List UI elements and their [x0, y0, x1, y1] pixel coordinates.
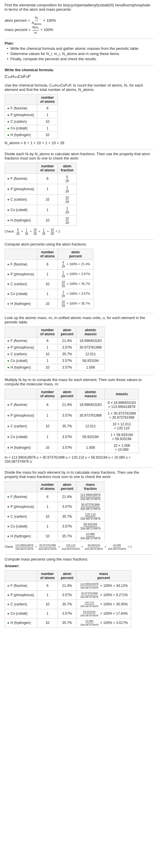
dot-icon: ●	[7, 218, 9, 222]
table-row: ●Co (cobalt) 1	[5, 125, 58, 131]
mass-fraction-table: numberof atoms atompercent massfraction …	[5, 481, 104, 541]
atom-percents-label: Compute atom percents using the atom fra…	[5, 242, 153, 246]
fractions-section: Divide each Nᵢ by N_atoms to calculate a…	[5, 152, 153, 236]
col-element	[5, 327, 37, 337]
table-row: ●Co (cobalt) 1 128 × 100% = 3.57%	[5, 289, 93, 299]
atom-percents-table: numberof atoms atompercent ●F (fluorine)…	[5, 249, 93, 309]
col-element	[5, 570, 37, 581]
plan-section: Plan: Write the chemical formula and gat…	[5, 41, 153, 61]
plan-item-1: Write the chemical formula and gather at…	[7, 46, 153, 51]
table-row: ●F (fluorine) 6 21.4% 18.998403163 6 × 1…	[5, 399, 139, 410]
table-row: ●H (hydrogen) 10	[5, 131, 58, 138]
dot-icon: ●	[7, 365, 9, 369]
dot-icon: ●	[7, 177, 9, 181]
col-atoms: numberof atoms	[37, 94, 58, 105]
dot-icon: ●	[7, 602, 9, 606]
table-row: ●C (carbon) 10	[5, 118, 58, 125]
plan-item-2: Determine values for N_i, m_i, N_atoms a…	[7, 52, 153, 56]
formula-section: Write the chemical formula: C₁₀H₁₀CoF₆P	[5, 68, 153, 79]
col-atom-pct: atompercent	[58, 249, 93, 259]
col-atoms: numberof atoms	[37, 389, 58, 399]
dot-icon: ●	[7, 612, 9, 616]
table-row: ●H (hydrogen) 10 3.57% 1.008 10 × 1.008=…	[5, 442, 139, 453]
answer-section: Compute mass percents using the mass fra…	[5, 557, 153, 628]
atom-percent-formula: atom percent = NiNatoms × 100%	[5, 16, 153, 26]
table-row: ●C (carbon) 10 35.7% 12.011	[5, 351, 105, 357]
dot-icon: ●	[7, 413, 9, 417]
dot-icon: ●	[7, 445, 9, 450]
table-row: ●F (fluorine) 6 628 × 100% = 21.4%	[5, 259, 93, 269]
atomic-mass-section: Look up the atomic mass, mᵢ, in unified …	[5, 316, 153, 371]
fractions-table: numberof atoms atomfraction ●F (fluorine…	[5, 163, 77, 226]
dot-icon: ●	[7, 133, 9, 137]
dot-icon: ●	[7, 515, 9, 519]
col-atomic-mass: atomicmass/u	[76, 327, 105, 337]
page-title: Find the elemental composition for bis(c…	[5, 3, 153, 11]
molecular-mass: m = 113.990418978 u + 30.973761998 u + 1…	[5, 456, 153, 464]
col-mass-frac: massfraction	[76, 481, 104, 492]
atomic-mass-table: numberof atoms atompercent atomicmass/u …	[5, 327, 105, 371]
mass-fraction-check: Check: 113.990418978334.087374976 + 30.9…	[5, 544, 153, 550]
table-row: ●F (fluorine) 6 21.4% 113.990418978334.0…	[5, 581, 131, 590]
table-row: ●F (fluorine) 6 21.4% 113.990418978334.0…	[5, 492, 104, 502]
mass-fraction-section: Divide the mass for each element by m to…	[5, 470, 153, 550]
table-row: ●P (phosphorus) 1 3.57% 30.973761998334.…	[5, 502, 104, 512]
table-row: ●Co (cobalt) 1 3.57% 58.933194334.087374…	[5, 521, 104, 531]
dot-icon: ●	[7, 339, 9, 343]
dot-icon: ●	[7, 187, 9, 191]
table-row: ●P (phosphorus) 1 3.57% 30.973761998	[5, 344, 105, 351]
dot-icon: ●	[7, 262, 9, 267]
table-row: ●C (carbon) 10 35.7% 12.011 10 × 12.011=…	[5, 421, 139, 431]
answer-label: Answer:	[5, 564, 153, 568]
table-row: ●Co (cobalt) 1 3.57% 58.933194	[5, 357, 105, 364]
table-row: ●H (hydrogen) 10 1028 × 100% = 35.7%	[5, 299, 93, 309]
mass-section: Multiply Nᵢ by mᵢ to compute the mass fo…	[5, 377, 153, 464]
dot-icon: ●	[7, 197, 9, 202]
lookup-label: Look up the atomic mass, mᵢ, in unified …	[5, 316, 153, 324]
dot-icon: ●	[7, 352, 9, 356]
dot-icon: ●	[7, 106, 9, 110]
mass-percents-label: Compute mass percents using the mass fra…	[5, 557, 153, 561]
col-element	[5, 389, 37, 399]
col-element	[5, 94, 37, 105]
col-element	[5, 163, 37, 174]
dot-icon: ●	[7, 345, 9, 349]
dot-icon: ●	[7, 272, 9, 276]
col-fraction: atomfraction	[58, 163, 77, 174]
fractions-check: Check: 628 + 128 + 1028 + 128 + 1028 = 1	[5, 228, 153, 236]
table-row: ●C (carbon) 10 35.7% 120.110334.08737497…	[5, 599, 131, 609]
table-row: ●C (carbon) 10 35.7% 120.110334.08737497…	[5, 512, 104, 521]
dot-icon: ●	[7, 584, 9, 588]
dot-icon: ●	[7, 120, 9, 124]
col-atom-pct: atompercent	[58, 570, 76, 581]
table-row: ●F (fluorine) 6 628	[5, 174, 77, 184]
dot-icon: ●	[7, 621, 9, 625]
dot-icon: ●	[7, 359, 9, 363]
mass-percent-formula: mass percent = Nimim × 100%	[5, 26, 153, 34]
col-mass-pct: masspercent	[76, 570, 131, 581]
col-atoms: numberof atoms	[37, 327, 58, 337]
plan-list: Write the chemical formula and gather at…	[5, 46, 153, 61]
chemical-formula: C₁₀H₁₀CoF₆P	[5, 74, 153, 79]
table-row: ●F (fluorine) 6 21.4% 18.998403163	[5, 337, 105, 344]
elements-table: numberof atoms ●F (fluorine) 6 ●P (phosp…	[5, 94, 58, 138]
dot-icon: ●	[7, 126, 9, 130]
col-atoms: numberof atoms	[37, 163, 58, 174]
table-row: ●P (phosphorus) 1 128	[5, 184, 77, 194]
table-row: ●P (phosphorus) 1	[5, 112, 58, 118]
table-row: ●C (carbon) 10 1028 × 100% = 35.7%	[5, 279, 93, 289]
table-row: ●H (hydrogen) 10 35.7% 10.080334.0873749…	[5, 618, 131, 627]
dot-icon: ●	[7, 593, 9, 597]
table-row: ●C (carbon) 10 1028	[5, 194, 77, 205]
write-formula-label: Write the chemical formula:	[5, 68, 153, 72]
table-row: ●H (hydrogen) 10 1028	[5, 215, 77, 225]
dot-icon: ●	[7, 113, 9, 117]
dot-icon: ●	[7, 524, 9, 528]
dot-icon: ●	[7, 435, 9, 439]
col-atoms: numberof atoms	[37, 570, 58, 581]
natoms-sum: N_atoms = 6 + 1 + 10 + 1 + 10 = 28	[5, 141, 153, 145]
table-row: ●P (phosphorus) 1 3.57% 30.973761998334.…	[5, 590, 131, 599]
dot-icon: ●	[7, 208, 9, 212]
dot-icon: ●	[7, 534, 9, 538]
col-atoms: numberof atoms	[37, 249, 58, 259]
